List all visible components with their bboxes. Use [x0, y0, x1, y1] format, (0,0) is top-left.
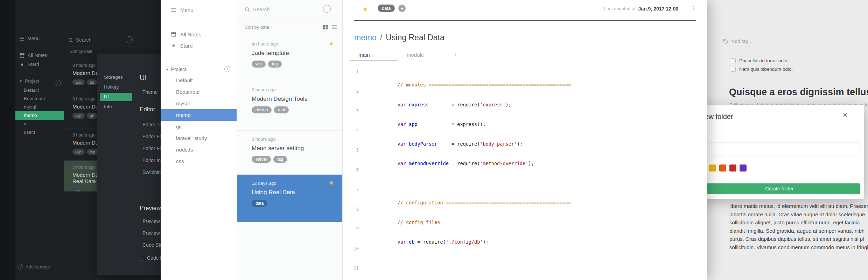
checkbox-icon[interactable]: [140, 256, 144, 260]
text-line: purus. Cras dapibus dapibus tellus, sit …: [729, 235, 868, 243]
preferences-tab[interactable]: UI: [100, 93, 132, 101]
preferences-tab[interactable]: Hotkey: [100, 83, 132, 91]
theme-setting-label: Theme: [142, 89, 158, 95]
folder-item[interactable]: Boostnote: [161, 86, 237, 98]
folder-item[interactable]: css: [161, 155, 237, 167]
tag-pill[interactable]: data: [378, 5, 395, 12]
kebab-menu-icon[interactable]: ⋮: [690, 6, 696, 12]
snippet-tab[interactable]: main: [350, 49, 398, 61]
dark-folder-item[interactable]: mysql: [15, 103, 64, 111]
note-list: an hours ago ★ Jade template wiptag 2 ho…: [237, 35, 342, 222]
todo-label: Phasellus id tortor odio.: [739, 58, 789, 63]
note-list-item[interactable]: 2 hours ago Modern Design Tools designto…: [237, 81, 342, 131]
project-header[interactable]: ▾ Project +: [161, 65, 237, 74]
note-time: 2 hours ago: [252, 87, 334, 92]
list-view-icon[interactable]: [332, 25, 337, 29]
dark-sidebar: Menu All Notes ★ Stard ▾ Project + Defau…: [15, 0, 64, 280]
code-line: 4 var bodyParser = require('body-parser'…: [350, 127, 702, 147]
code-text: var db = require('./config/db');: [363, 226, 489, 245]
todo-checkbox-row[interactable]: Phasellus id tortor odio.: [731, 58, 789, 63]
line-number: 3: [350, 108, 363, 127]
sort-dropdown[interactable]: Sort by date: [245, 24, 269, 30]
folder-item[interactable]: git: [161, 121, 237, 132]
line-number: 11: [350, 265, 363, 280]
close-icon[interactable]: ×: [843, 111, 847, 120]
folder-item[interactable]: nodeJs: [161, 144, 237, 155]
dark-folder-item[interactable]: users: [15, 128, 64, 136]
note-list-item[interactable]: an hours ago ★ Jade template wiptag: [237, 35, 342, 81]
note-tags: data: [252, 200, 334, 207]
sidebar-item-all-notes[interactable]: All Notes: [161, 30, 237, 38]
add-tag-input[interactable]: Add tag...: [723, 38, 752, 44]
create-folder-button[interactable]: Create folder: [699, 183, 860, 194]
folder-item[interactable]: Default: [161, 75, 237, 86]
code-text: var bodyParser = require('body-parser');: [363, 127, 523, 147]
plus-icon: +: [226, 67, 229, 71]
grid-view-icon[interactable]: [323, 25, 328, 29]
tag-icon: [723, 39, 728, 44]
star-toggle-icon[interactable]: ★: [362, 5, 368, 13]
new-note-button[interactable]: +: [323, 5, 331, 13]
star-icon[interactable]: ★: [329, 40, 334, 47]
dark-folder-label: mysql: [24, 104, 36, 110]
menu-button[interactable]: Menu: [161, 6, 237, 14]
note-list-item[interactable]: 3 hours ago Mean server setting serverta…: [237, 131, 342, 175]
note-title: Jade template: [252, 50, 334, 57]
starred-label: Stard: [180, 43, 192, 49]
note-list-item[interactable]: 12 days ago ★ Using Real Data data: [237, 175, 342, 222]
dark-folder-label: git: [24, 121, 29, 126]
dark-menu-button[interactable]: Menu: [15, 36, 64, 41]
preferences-tab[interactable]: Storages: [100, 73, 132, 82]
dark-folder-item[interactable]: memo: [15, 111, 64, 120]
all-notes-label: All Notes: [180, 31, 201, 37]
sidebar-item-starred[interactable]: ★ Stard: [161, 41, 237, 50]
code-line: 3 var app = express();: [350, 108, 702, 127]
hamburger-icon: [20, 37, 24, 41]
menu-label: Menu: [180, 7, 194, 13]
dark-sort-dropdown[interactable]: Sort by date: [70, 49, 92, 54]
text-line: lobortis ornare nulla. Cras vitae augue …: [729, 210, 868, 219]
folder-item[interactable]: laravel_study: [161, 132, 237, 144]
add-folder-button[interactable]: +: [224, 66, 230, 72]
line-number: 6: [350, 167, 363, 187]
chevron-down-icon: ▾: [166, 67, 168, 72]
dark-sidebar-item-all-notes[interactable]: All Notes: [15, 52, 64, 58]
checkbox-icon[interactable]: [731, 58, 736, 63]
add-tab-button[interactable]: +: [447, 49, 457, 61]
folder-item[interactable]: mysql: [161, 98, 237, 109]
dark-folder-item[interactable]: git: [15, 120, 64, 128]
dark-sidebar-item-starred[interactable]: ★ Stard: [15, 61, 64, 68]
folder-name-input[interactable]: [699, 142, 860, 155]
code-editor[interactable]: 1 // modules ===========================…: [350, 69, 702, 280]
color-swatch[interactable]: [740, 164, 747, 172]
dark-add-storage-button[interactable]: + Add storage: [15, 264, 64, 270]
color-swatch[interactable]: [729, 164, 736, 172]
dark-add-folder-button[interactable]: +: [55, 80, 61, 86]
editor-meta: Last updated at Jan.9, 2017 12:00 ⋮: [604, 6, 696, 12]
project-label: Project: [171, 66, 187, 72]
checkbox-icon[interactable]: [731, 67, 736, 72]
color-swatch[interactable]: [709, 164, 716, 172]
folder-item[interactable]: memo: [161, 109, 237, 121]
dark-new-note-button[interactable]: +: [126, 36, 133, 43]
star-icon[interactable]: ★: [329, 179, 334, 187]
preferences-section-title: UI: [140, 74, 147, 82]
dark-folder-item[interactable]: Default: [15, 86, 64, 94]
dark-starred-label: Stard: [27, 62, 39, 67]
plus-icon: +: [128, 38, 131, 42]
add-tag-button[interactable]: +: [398, 5, 406, 12]
snippet-tab[interactable]: module: [398, 49, 447, 61]
dark-search-bar[interactable]: Search +: [64, 34, 161, 47]
search-bar[interactable]: Search +: [237, 0, 342, 20]
preferences-tab[interactable]: Info: [100, 103, 132, 111]
todo-checkbox-row[interactable]: Nam quis bibendum odio.: [731, 66, 793, 72]
todo-label: Nam quis bibendum odio.: [739, 66, 793, 72]
page: Menu All Notes ★ Stard ▾ Project + Defau…: [0, 0, 868, 280]
note-time: 12 days ago: [252, 181, 334, 186]
note-tags: servertag: [252, 156, 334, 163]
breadcrumb-folder[interactable]: memo: [354, 33, 377, 42]
dark-folder-label: Boostnote: [24, 96, 45, 101]
color-swatch[interactable]: [719, 164, 726, 172]
note-list-panel: Search + Sort by date an hours ago ★ Jad…: [237, 0, 343, 280]
dark-folder-item[interactable]: Boostnote: [15, 94, 64, 103]
